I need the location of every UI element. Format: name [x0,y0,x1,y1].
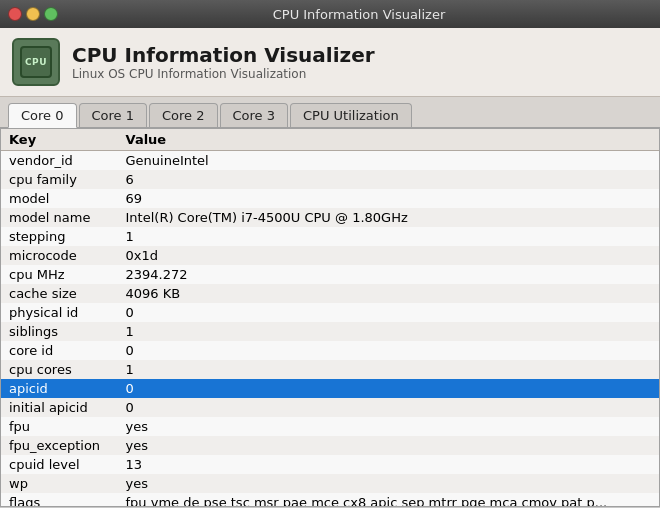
table-cell-key: fpu [1,417,118,436]
column-key: Key [1,129,118,151]
table-cell-key: wp [1,474,118,493]
table-header-row: Key Value [1,129,659,151]
close-button[interactable] [8,7,22,21]
cpu-icon-label: CPU [25,57,47,67]
table-row[interactable]: stepping1 [1,227,659,246]
table-cell-value: 4096 KB [118,284,659,303]
table-cell-value: 69 [118,189,659,208]
table-cell-value: 13 [118,455,659,474]
table-cell-value: yes [118,417,659,436]
table-cell-value: 0x1d [118,246,659,265]
tab-core-3[interactable]: Core 3 [220,103,289,127]
tab-core-2[interactable]: Core 2 [149,103,218,127]
table-row[interactable]: model nameIntel(R) Core(TM) i7-4500U CPU… [1,208,659,227]
table-row[interactable]: wpyes [1,474,659,493]
table-cell-key: model name [1,208,118,227]
table-cell-value: 2394.272 [118,265,659,284]
table-cell-key: cpu cores [1,360,118,379]
table-row[interactable]: fpuyes [1,417,659,436]
table-body: vendor_idGenuineIntelcpu family6model69m… [1,151,659,508]
app-icon: CPU [12,38,60,86]
window-controls [8,7,58,21]
app-title: CPU Information Visualizer [72,43,375,67]
title-bar: CPU Information Visualizer [0,0,660,28]
table-cell-value: 6 [118,170,659,189]
table-cell-key: cache size [1,284,118,303]
column-value: Value [118,129,659,151]
table-cell-value: yes [118,436,659,455]
table-cell-value: 1 [118,360,659,379]
table-row[interactable]: vendor_idGenuineIntel [1,151,659,171]
table-cell-value: 1 [118,227,659,246]
table-cell-value: Intel(R) Core(TM) i7-4500U CPU @ 1.80GHz [118,208,659,227]
table-cell-key: initial apicid [1,398,118,417]
table-row[interactable]: cpu family6 [1,170,659,189]
table-cell-key: cpu MHz [1,265,118,284]
table-cell-key: cpuid level [1,455,118,474]
table-cell-value: 0 [118,398,659,417]
tab-bar: Core 0Core 1Core 2Core 3CPU Utilization [0,97,660,128]
window-title: CPU Information Visualizer [66,7,652,22]
tab-core-0[interactable]: Core 0 [8,103,77,128]
app-header: CPU CPU Information Visualizer Linux OS … [0,28,660,97]
table-cell-key: stepping [1,227,118,246]
table-row[interactable]: physical id0 [1,303,659,322]
table-cell-value: 0 [118,341,659,360]
table-row[interactable]: initial apicid0 [1,398,659,417]
cpu-icon: CPU [20,46,52,78]
maximize-button[interactable] [44,7,58,21]
table-cell-key: siblings [1,322,118,341]
table-row[interactable]: cpu MHz2394.272 [1,265,659,284]
table-cell-key: microcode [1,246,118,265]
table-cell-key: core id [1,341,118,360]
table-cell-key: model [1,189,118,208]
data-table: Key Value vendor_idGenuineIntelcpu famil… [1,129,659,507]
table-cell-value: GenuineIntel [118,151,659,171]
main-content: Core 0Core 1Core 2Core 3CPU Utilization … [0,97,660,507]
table-cell-value: 1 [118,322,659,341]
app-subtitle: Linux OS CPU Information Visualization [72,67,375,81]
table-row[interactable]: flagsfpu vme de pse tsc msr pae mce cx8 … [1,493,659,507]
data-table-container[interactable]: Key Value vendor_idGenuineIntelcpu famil… [0,128,660,507]
table-cell-key: flags [1,493,118,507]
table-row[interactable]: cpuid level13 [1,455,659,474]
table-cell-key: cpu family [1,170,118,189]
table-cell-key: apicid [1,379,118,398]
table-cell-key: physical id [1,303,118,322]
table-row[interactable]: apicid0 [1,379,659,398]
table-cell-key: vendor_id [1,151,118,171]
tab-cpu-utilization[interactable]: CPU Utilization [290,103,412,127]
table-row[interactable]: fpu_exceptionyes [1,436,659,455]
table-row[interactable]: cpu cores1 [1,360,659,379]
table-cell-value: 0 [118,379,659,398]
table-row[interactable]: model69 [1,189,659,208]
table-cell-key: fpu_exception [1,436,118,455]
minimize-button[interactable] [26,7,40,21]
table-row[interactable]: core id0 [1,341,659,360]
table-cell-value: fpu vme de pse tsc msr pae mce cx8 apic … [118,493,659,507]
table-row[interactable]: microcode0x1d [1,246,659,265]
table-cell-value: 0 [118,303,659,322]
table-row[interactable]: siblings1 [1,322,659,341]
table-cell-value: yes [118,474,659,493]
tab-core-1[interactable]: Core 1 [79,103,148,127]
table-row[interactable]: cache size4096 KB [1,284,659,303]
app-header-text: CPU Information Visualizer Linux OS CPU … [72,43,375,81]
